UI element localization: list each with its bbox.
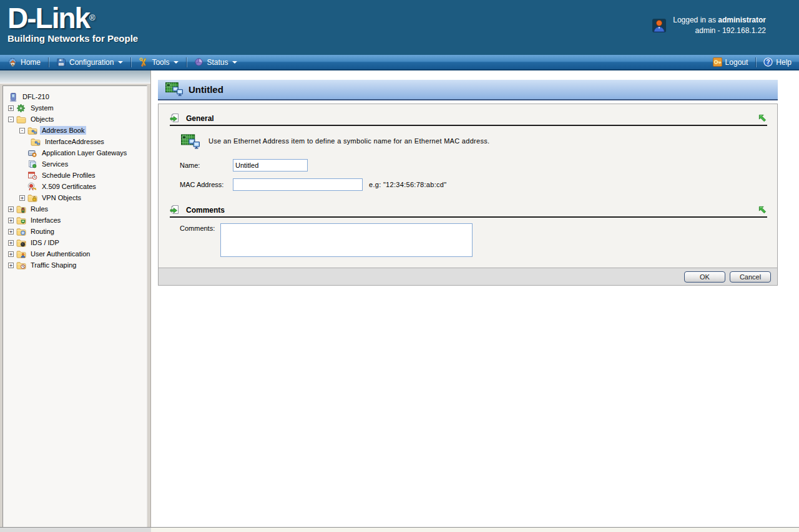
mac-address-hint: e.g: "12:34:56:78:ab:cd" xyxy=(369,181,447,188)
tree-item-vpn-objects[interactable]: + VPN Objects xyxy=(3,192,147,203)
page-bottom-strip-left xyxy=(0,528,151,532)
name-input[interactable] xyxy=(233,159,308,172)
nav-home[interactable]: Home xyxy=(0,55,48,69)
nav-configuration[interactable]: Configuration xyxy=(49,55,130,69)
name-label: Name: xyxy=(180,162,233,169)
nav-right-group: Logout Help xyxy=(705,55,799,69)
collapse-section-arrow-icon[interactable] xyxy=(758,114,767,123)
navigation-tree: DFL-210 + System - Objects - Address Boo… xyxy=(2,85,147,532)
login-text: Logged in as administrator admin - 192.1… xyxy=(673,15,766,36)
collapse-icon[interactable]: - xyxy=(8,117,14,122)
tree-item-user-authentication[interactable]: + User Authentication xyxy=(3,248,147,259)
registered-mark: ® xyxy=(89,13,94,22)
dlink-tagline: Building Networks for People xyxy=(7,33,138,44)
ids-folder-icon xyxy=(16,238,27,248)
interfaces-folder-icon xyxy=(16,216,27,225)
comments-textarea[interactable] xyxy=(220,223,473,257)
home-icon xyxy=(7,57,17,67)
mac-field-row: MAC Address: e.g: "12:34:56:78:ab:cd" xyxy=(180,178,777,191)
form-panel: General Use an Ethernet Address item to … xyxy=(158,104,778,286)
nav-home-label: Home xyxy=(21,58,41,67)
logged-in-detail: admin - 192.168.1.22 xyxy=(673,26,766,36)
chevron-down-icon xyxy=(232,61,237,64)
nav-tools-label: Tools xyxy=(152,58,169,67)
nav-logout[interactable]: Logout xyxy=(705,55,756,69)
general-section-header: General xyxy=(170,113,767,126)
form-area: General Use an Ethernet Address item to … xyxy=(159,104,777,268)
comments-field-row: Comments: xyxy=(180,223,777,257)
logged-in-prefix: Logged in as xyxy=(673,16,718,24)
chevron-down-icon xyxy=(174,61,179,64)
collapse-icon[interactable]: - xyxy=(19,128,25,133)
page-title: Untitled xyxy=(189,84,223,95)
navbar: Home Configuration Tools Status Logout xyxy=(0,55,799,70)
address-book-folder-icon xyxy=(27,126,38,135)
schedule-icon xyxy=(27,171,38,180)
traffic-shaping-folder-icon xyxy=(16,261,27,270)
status-icon xyxy=(194,57,203,67)
tree-item-rules[interactable]: + Rules xyxy=(3,203,147,215)
user-auth-folder-icon xyxy=(16,249,27,259)
name-field-row: Name: xyxy=(180,159,777,172)
user-avatar-icon xyxy=(652,18,667,33)
sidebar-grip[interactable] xyxy=(0,70,150,84)
device-icon xyxy=(8,92,19,102)
tree-item-objects[interactable]: - Objects xyxy=(3,114,147,125)
configuration-icon xyxy=(56,57,66,67)
rules-folder-icon xyxy=(16,205,27,214)
folder-icon xyxy=(16,115,27,124)
nav-status-label: Status xyxy=(207,58,228,67)
chevron-down-icon xyxy=(118,61,123,64)
ethernet-address-icon xyxy=(181,134,200,150)
help-icon xyxy=(763,57,773,67)
tree-item-schedule-profiles[interactable]: Schedule Profiles xyxy=(3,170,147,181)
services-icon xyxy=(27,160,38,169)
nav-status[interactable]: Status xyxy=(187,55,245,69)
expand-icon[interactable]: + xyxy=(8,240,14,246)
ok-button[interactable]: OK xyxy=(684,271,725,283)
tree-item-x509-certificates[interactable]: X.509 Certificates xyxy=(3,181,147,192)
cancel-button[interactable]: Cancel xyxy=(730,271,771,283)
general-section-title: General xyxy=(186,114,758,123)
nav-tools[interactable]: Tools xyxy=(131,55,186,69)
collapse-section-arrow-icon[interactable] xyxy=(758,205,767,215)
address-folder-icon xyxy=(31,137,41,147)
mac-address-label: MAC Address: xyxy=(180,181,233,188)
routing-folder-icon xyxy=(16,227,27,236)
tree-item-traffic-shaping[interactable]: + Traffic Shaping xyxy=(3,259,147,271)
tree-item-interface-addresses[interactable]: InterfaceAddresses xyxy=(3,136,147,147)
tree-item-services[interactable]: Services xyxy=(3,158,147,170)
expand-icon[interactable]: + xyxy=(8,206,14,212)
section-page-icon xyxy=(170,205,180,215)
general-description-row: Use an Ethernet Address item to define a… xyxy=(181,134,765,150)
tree-item-system[interactable]: + System xyxy=(3,102,147,114)
nav-configuration-label: Configuration xyxy=(69,58,114,67)
section-page-icon xyxy=(170,113,180,123)
expand-icon[interactable]: + xyxy=(8,229,14,235)
tools-icon xyxy=(139,57,149,67)
tree-item-dfl-210[interactable]: DFL-210 xyxy=(3,91,147,102)
expand-icon[interactable]: + xyxy=(8,263,14,268)
nav-help-label: Help xyxy=(776,58,792,67)
header: D-Link® Building Networks for People Log… xyxy=(0,0,799,55)
page-bottom-strip xyxy=(0,528,799,532)
expand-icon[interactable]: + xyxy=(8,105,14,111)
general-description: Use an Ethernet Address item to define a… xyxy=(208,134,489,145)
tree-item-application-layer-gateways[interactable]: Application Layer Gateways xyxy=(3,147,147,158)
expand-icon[interactable]: + xyxy=(8,218,14,223)
page-title-bar: Untitled xyxy=(158,80,778,100)
expand-icon[interactable]: + xyxy=(19,195,25,201)
sidebar: DFL-210 + System - Objects - Address Boo… xyxy=(0,70,151,528)
tree-item-ids-idp[interactable]: + IDS / IDP xyxy=(3,237,147,248)
mac-address-input[interactable] xyxy=(233,178,363,191)
tree-item-routing[interactable]: + Routing xyxy=(3,226,147,237)
tree-item-interfaces[interactable]: + Interfaces xyxy=(3,215,147,226)
expand-icon[interactable]: + xyxy=(8,251,14,257)
nav-help[interactable]: Help xyxy=(756,55,799,69)
certificate-icon xyxy=(27,182,38,191)
ethernet-address-icon xyxy=(165,82,183,97)
comments-section-title: Comments xyxy=(186,206,758,215)
tree-item-address-book[interactable]: - Address Book xyxy=(3,125,147,136)
system-gear-icon xyxy=(16,104,27,113)
comments-label: Comments: xyxy=(180,223,220,232)
